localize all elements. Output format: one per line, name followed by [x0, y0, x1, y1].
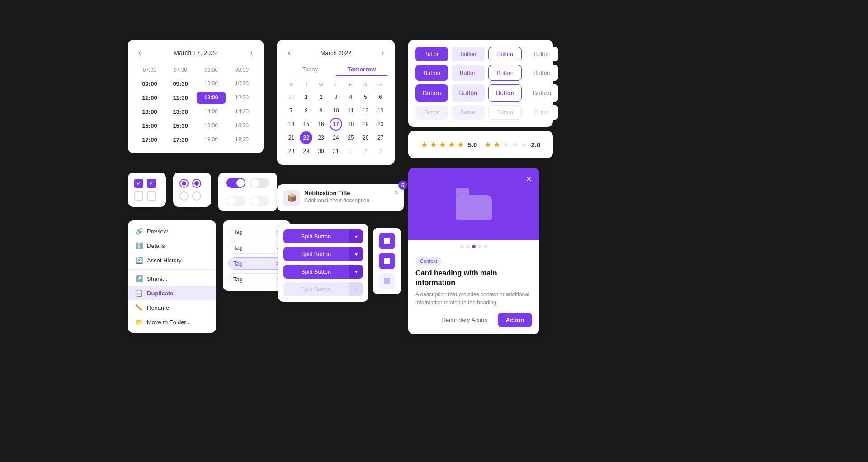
time-slot[interactable]: 08:00 — [197, 64, 226, 76]
cal-cell[interactable]: 2 — [315, 91, 327, 103]
cal-cell-selected[interactable]: 22 — [300, 131, 312, 144]
time-prev-button[interactable]: ‹ — [135, 47, 145, 59]
menu-item-preview[interactable]: 🔗 Preview — [128, 224, 216, 238]
time-slot[interactable]: 18:00 — [197, 134, 226, 146]
split-main-3[interactable]: Split Button — [283, 265, 349, 279]
cal-cell[interactable]: 15 — [300, 118, 312, 131]
cal-cell[interactable]: 18 — [344, 118, 357, 131]
time-slot[interactable]: 09:30 — [166, 78, 195, 90]
split-button-2[interactable]: Split Button ▾ — [283, 247, 363, 261]
checkbox-checked-2[interactable]: ✓ — [147, 179, 156, 188]
dot-3[interactable] — [472, 245, 476, 248]
radio-selected-2[interactable] — [192, 179, 201, 188]
cal-cell[interactable]: 6 — [374, 91, 387, 103]
time-slot[interactable]: 17:00 — [135, 134, 164, 146]
primary-action-button[interactable]: Action — [498, 313, 532, 327]
time-slot[interactable]: 15:00 — [135, 120, 164, 132]
icon-button-filled-1[interactable] — [379, 233, 395, 249]
cal-cell[interactable]: 28 — [285, 145, 297, 158]
cal-cell[interactable]: 8 — [300, 104, 312, 117]
icon-button-filled-2[interactable] — [379, 253, 395, 269]
menu-item-share[interactable]: ↗️ Share... — [128, 271, 216, 286]
cal-cell[interactable]: 1 — [300, 91, 312, 103]
time-slot[interactable]: 07:00 — [135, 64, 164, 76]
tag-item-3[interactable]: Tag ✕ — [228, 257, 285, 270]
button-light-lg[interactable]: Button — [452, 84, 484, 102]
checkbox-checked-1[interactable]: ✓ — [134, 179, 143, 188]
cal-cell-today[interactable]: 17 — [330, 118, 342, 131]
cal-cell[interactable]: 20 — [374, 118, 387, 131]
cal-cell[interactable]: 27 — [374, 131, 387, 144]
cal-cell[interactable]: 31 — [330, 145, 342, 158]
split-main-2[interactable]: Split Button — [283, 247, 349, 261]
cal-cell[interactable]: 14 — [285, 118, 297, 131]
tag-item-4[interactable]: Tag ✕ — [228, 273, 285, 285]
cal-cell[interactable]: 28 — [285, 91, 297, 103]
button-outlined-md[interactable]: Button — [488, 65, 522, 81]
menu-item-move[interactable]: 📁 Move to Folder... — [128, 315, 216, 329]
cal-cell[interactable]: 30 — [315, 145, 327, 158]
time-slot[interactable]: 13:00 — [135, 106, 164, 118]
radio-unselected-1[interactable] — [179, 191, 189, 201]
cal-prev-button[interactable]: ‹ — [284, 47, 294, 59]
split-arrow-1[interactable]: ▾ — [349, 229, 363, 243]
time-slot[interactable]: 15:30 — [166, 120, 195, 132]
cal-next-button[interactable]: › — [378, 47, 387, 59]
cal-cell[interactable]: 23 — [315, 131, 327, 144]
cal-cell[interactable]: 9 — [315, 104, 327, 117]
notification-close-button[interactable]: ✕ — [394, 189, 399, 196]
cal-cell[interactable]: 11 — [344, 104, 357, 117]
cal-cell[interactable]: 29 — [300, 145, 312, 158]
button-ghost-md[interactable]: Button — [525, 65, 558, 81]
button-filled-sm[interactable]: Button — [415, 47, 448, 61]
button-filled-md[interactable]: Button — [415, 65, 448, 81]
button-outlined-lg[interactable]: Button — [488, 84, 522, 102]
toggle-on-1[interactable] — [226, 178, 245, 188]
menu-item-details[interactable]: ℹ️ Details — [128, 238, 216, 253]
split-arrow-2[interactable]: ▾ — [349, 247, 363, 261]
time-slot[interactable]: 08:30 — [227, 64, 256, 76]
time-slot[interactable]: 09:00 — [135, 78, 164, 90]
dot-4[interactable] — [478, 245, 481, 248]
cal-cell[interactable]: 3 — [330, 91, 342, 103]
time-slot[interactable]: 16:00 — [197, 120, 226, 132]
button-light-md[interactable]: Button — [452, 65, 484, 81]
cal-cell[interactable]: 12 — [359, 104, 372, 117]
time-slot[interactable]: 07:30 — [166, 64, 195, 76]
cal-cell[interactable]: 2 — [359, 145, 372, 158]
radio-selected-1[interactable] — [179, 179, 189, 188]
checkbox-unchecked-2[interactable] — [147, 191, 156, 201]
tab-today[interactable]: Today — [284, 63, 336, 76]
time-slot[interactable]: 12:30 — [227, 92, 256, 104]
cal-cell[interactable]: 7 — [285, 104, 297, 117]
time-slot[interactable]: 11:00 — [135, 92, 164, 104]
cal-cell[interactable]: 4 — [344, 91, 357, 103]
cal-cell[interactable]: 13 — [374, 104, 387, 117]
split-arrow-3[interactable]: ▾ — [349, 265, 363, 279]
menu-item-duplicate[interactable]: 📋 Duplicate — [128, 286, 216, 300]
radio-unselected-2[interactable] — [192, 191, 201, 201]
cal-cell[interactable]: 10 — [330, 104, 342, 117]
button-filled-lg[interactable]: Button — [415, 84, 448, 102]
cal-cell[interactable]: 3 — [374, 145, 387, 158]
time-slot[interactable]: 16:30 — [227, 120, 256, 132]
button-ghost-lg[interactable]: Button — [525, 84, 558, 102]
cal-cell[interactable]: 5 — [359, 91, 372, 103]
tag-item-2[interactable]: Tag ✕ — [228, 242, 285, 254]
dot-1[interactable] — [460, 245, 464, 248]
time-slot[interactable]: 18:30 — [227, 134, 256, 146]
cal-cell[interactable]: 16 — [315, 118, 327, 131]
button-ghost-sm[interactable]: Button — [525, 47, 558, 61]
secondary-action-button[interactable]: Secondary Action — [436, 313, 493, 327]
cal-cell[interactable]: 25 — [344, 131, 357, 144]
time-slot[interactable]: 10:00 — [197, 78, 226, 90]
cal-cell[interactable]: 24 — [330, 131, 342, 144]
cal-cell[interactable]: 21 — [285, 131, 297, 144]
product-close-button[interactable]: ✕ — [523, 173, 534, 184]
dot-2[interactable] — [466, 245, 470, 248]
menu-item-rename[interactable]: ✏️ Rename — [128, 300, 216, 315]
time-slot[interactable]: 14:30 — [227, 106, 256, 118]
time-slot[interactable]: 13:30 — [166, 106, 195, 118]
time-slot[interactable]: 14:00 — [197, 106, 226, 118]
checkbox-unchecked-1[interactable] — [134, 191, 143, 201]
